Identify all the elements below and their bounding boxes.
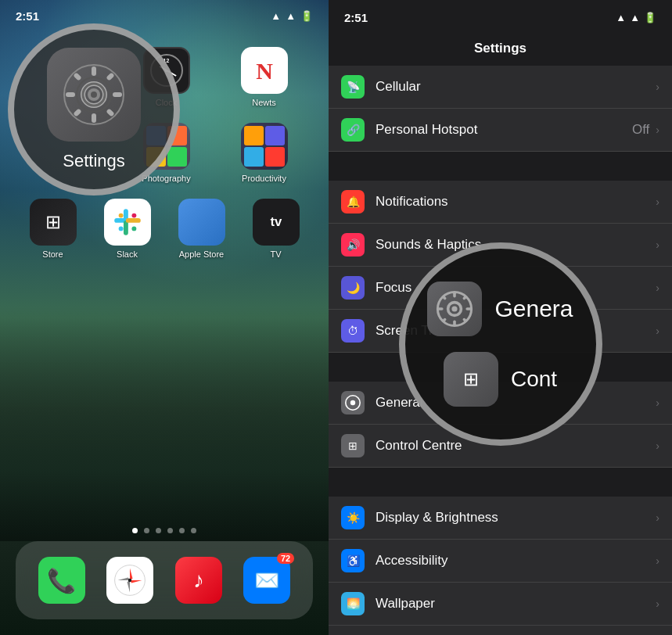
cellular-icon: 📡: [341, 75, 365, 99]
svg-point-13: [91, 91, 97, 98]
row-wallpaper[interactable]: 🌅 Wallpaper ›: [329, 583, 672, 626]
slack-icon[interactable]: [104, 199, 151, 246]
svg-rect-5: [66, 92, 75, 97]
hotspot-chevron: ›: [656, 124, 659, 136]
productivity-label: Productivity: [242, 174, 286, 183]
hotspot-value: Off: [632, 122, 649, 138]
settings-status-bar: 2:51 ▲ ▲ 🔋: [329, 0, 672, 34]
row-hotspot[interactable]: 🔗 Personal Hotspot Off ›: [329, 109, 672, 152]
svg-rect-41: [466, 307, 472, 310]
right-panel: 2:51 ▲ ▲ 🔋 Settings 📡 Cellular › 🔗: [329, 0, 672, 635]
svg-rect-38: [454, 292, 457, 297]
cellular-chevron: ›: [656, 81, 659, 93]
row-notifications[interactable]: 🔔 Notifications ›: [329, 181, 672, 224]
store-icon[interactable]: ⊞: [30, 199, 77, 246]
svg-rect-40: [438, 307, 444, 310]
svg-rect-9: [73, 108, 81, 117]
svg-point-23: [131, 226, 136, 231]
focus-chevron: ›: [656, 282, 659, 294]
settings-big-icon: [47, 48, 141, 142]
app-tv[interactable]: tv TV: [245, 199, 307, 259]
general-big-icon: [427, 282, 482, 336]
landscape-silhouette: [0, 307, 329, 541]
page-dots: [0, 528, 329, 533]
left-panel: 2:51 ▲ ▲ 🔋: [0, 0, 329, 635]
magnifier-settings: Settings: [8, 23, 180, 196]
location-icon: ▲: [271, 10, 281, 22]
hotspot-label: Personal Hotspot: [376, 122, 632, 138]
divider-3: [329, 469, 672, 497]
row-display[interactable]: ☀️ Display & Brightness ›: [329, 497, 672, 540]
screentime-chevron: ›: [656, 325, 659, 337]
svg-text:tv: tv: [270, 214, 282, 229]
row-accessibility[interactable]: ♿ Accessibility ›: [329, 540, 672, 583]
dot-5: [191, 528, 196, 533]
wallpaper-chevron: ›: [656, 597, 659, 610]
focus-icon: 🌙: [341, 276, 365, 300]
app-slack[interactable]: Slack: [96, 199, 159, 259]
news-icon[interactable]: N: [241, 47, 288, 94]
svg-text:N: N: [256, 58, 273, 84]
safari-icon: [113, 563, 147, 597]
settings-time: 2:51: [344, 11, 368, 24]
signal-icon: ▲: [616, 12, 626, 23]
section-display: ☀️ Display & Brightness › ♿ Accessibilit…: [329, 497, 672, 635]
apple-store-label: Apple Store: [179, 249, 224, 259]
app-news[interactable]: N Newts: [233, 47, 296, 107]
gear-icon-large: [436, 290, 473, 328]
settings-status-icons: ▲ ▲ 🔋: [616, 12, 656, 23]
settings-header: Settings: [329, 34, 672, 66]
dot-4: [179, 528, 185, 533]
battery-icon: 🔋: [300, 10, 313, 22]
slack-label: Slack: [117, 249, 138, 259]
notifications-label: Notifications: [376, 194, 656, 210]
svg-point-33: [128, 579, 131, 582]
control-icon: ⊞: [341, 434, 365, 457]
svg-rect-19: [123, 221, 128, 235]
row-cellular[interactable]: 📡 Cellular ›: [329, 66, 672, 109]
control-chevron: ›: [656, 439, 659, 452]
row-siri[interactable]: 🎤 Siri & Search ›: [329, 626, 672, 635]
tv-label: TV: [270, 249, 281, 259]
svg-point-35: [350, 400, 355, 405]
notifications-chevron: ›: [656, 196, 659, 208]
general-magnified-label: Genera: [494, 296, 573, 322]
notifications-icon: 🔔: [341, 190, 365, 213]
dot-2: [156, 528, 161, 533]
settings-label: Settings: [63, 151, 125, 171]
svg-point-24: [118, 213, 123, 218]
sounds-chevron: ›: [656, 239, 659, 251]
wallpaper-label: Wallpaper: [376, 596, 656, 612]
dock-safari[interactable]: [106, 557, 153, 604]
accessibility-label: Accessibility: [376, 553, 656, 569]
battery-icon-right: 🔋: [644, 12, 656, 23]
status-bar: 2:51 ▲ ▲ 🔋: [0, 0, 329, 31]
general-chevron: ›: [656, 396, 659, 409]
dock-phone[interactable]: 📞: [38, 557, 85, 604]
app-apple-store[interactable]: Apple Store: [171, 199, 233, 259]
productivity-icon[interactable]: [241, 123, 288, 170]
hotspot-icon: 🔗: [341, 118, 365, 142]
wifi-icon-right: ▲: [630, 12, 640, 23]
dot-3: [167, 528, 173, 533]
dock-mail[interactable]: ✉️ 72: [243, 557, 290, 604]
cellular-label: Cellular: [376, 79, 656, 95]
dock-music[interactable]: ♪: [175, 557, 222, 604]
svg-rect-20: [125, 218, 140, 223]
display-icon: ☀️: [341, 506, 365, 529]
svg-rect-7: [73, 72, 81, 81]
app-store[interactable]: ⊞ Store: [22, 199, 84, 259]
app-row-3: ⊞ Store: [16, 199, 313, 259]
gear-icon-small: [345, 395, 361, 411]
app-productivity[interactable]: Productivity: [233, 123, 296, 183]
tv-icon[interactable]: tv: [253, 199, 300, 246]
wallpaper-icon: 🌅: [341, 592, 365, 615]
svg-point-21: [131, 213, 136, 218]
svg-rect-3: [92, 66, 96, 76]
mail-badge: 72: [277, 553, 294, 564]
svg-rect-8: [106, 72, 114, 81]
general-icon: [341, 391, 365, 414]
cont-partial-label: Cont: [511, 367, 557, 392]
apple-store-icon[interactable]: [178, 199, 225, 246]
news-label: Newts: [252, 98, 276, 107]
